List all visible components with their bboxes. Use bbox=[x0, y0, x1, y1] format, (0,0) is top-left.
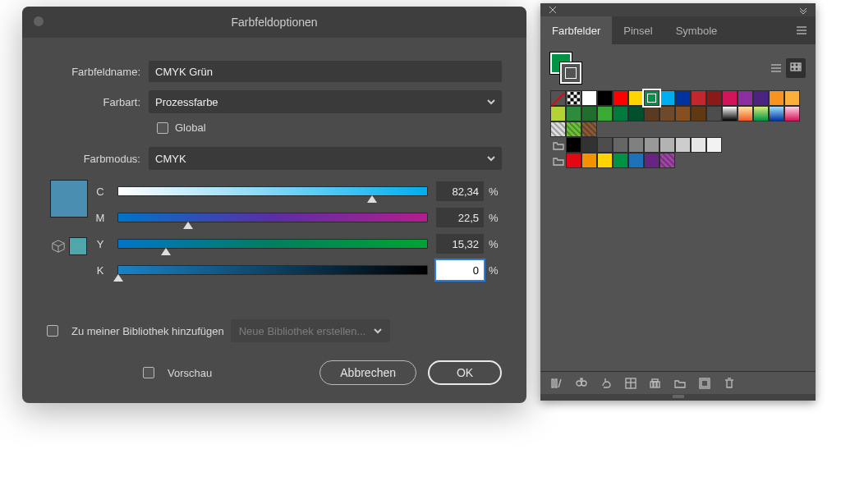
library-select[interactable]: Neue Bibliothek erstellen... bbox=[231, 319, 391, 342]
m-slider[interactable] bbox=[117, 213, 428, 222]
color-swatch[interactable] bbox=[613, 137, 628, 153]
color-swatch[interactable] bbox=[613, 106, 628, 121]
dialog-titlebar[interactable]: Farbfeldoptionen bbox=[22, 7, 526, 38]
color-swatch[interactable] bbox=[628, 153, 644, 168]
panel-collapse-icon[interactable] bbox=[799, 6, 807, 14]
color-swatch[interactable] bbox=[581, 153, 597, 168]
color-swatch[interactable] bbox=[706, 137, 722, 153]
tab-pinsel[interactable]: Pinsel bbox=[612, 16, 664, 44]
color-swatch[interactable] bbox=[566, 121, 581, 137]
stroke-swatch[interactable] bbox=[560, 62, 581, 84]
color-swatch[interactable] bbox=[659, 153, 675, 168]
k-value-input[interactable] bbox=[436, 260, 484, 280]
color-swatch[interactable] bbox=[644, 90, 659, 106]
panel-resize-handle[interactable] bbox=[540, 394, 816, 401]
color-swatch[interactable] bbox=[628, 137, 644, 153]
k-slider[interactable] bbox=[117, 265, 428, 275]
swatch-options-icon[interactable] bbox=[624, 377, 637, 390]
slider-knob[interactable] bbox=[183, 222, 193, 229]
new-swatch-icon[interactable] bbox=[698, 377, 711, 390]
color-swatch[interactable] bbox=[644, 106, 659, 121]
m-value-input[interactable] bbox=[436, 208, 484, 227]
color-swatch[interactable] bbox=[659, 106, 675, 121]
color-swatch[interactable] bbox=[675, 137, 691, 153]
color-swatch[interactable] bbox=[613, 90, 628, 106]
swatch-group-folder[interactable] bbox=[550, 137, 566, 153]
svg-rect-12 bbox=[791, 63, 794, 66]
color-swatch[interactable] bbox=[628, 90, 644, 106]
color-swatch[interactable] bbox=[722, 90, 738, 106]
color-swatch[interactable] bbox=[691, 137, 706, 153]
list-view-button[interactable] bbox=[766, 58, 786, 78]
color-swatch[interactable] bbox=[581, 106, 597, 121]
color-swatch[interactable] bbox=[581, 137, 597, 153]
swatch-libraries-icon[interactable] bbox=[550, 377, 563, 390]
y-value-input[interactable] bbox=[436, 234, 484, 254]
color-type-select[interactable]: Prozessfarbe bbox=[149, 90, 502, 113]
grid-view-button[interactable] bbox=[786, 58, 806, 78]
swatch-kinds-icon[interactable] bbox=[575, 377, 588, 390]
c-slider[interactable] bbox=[117, 186, 428, 196]
slider-knob[interactable] bbox=[367, 195, 377, 203]
color-swatch[interactable] bbox=[613, 153, 628, 168]
color-swatch[interactable] bbox=[550, 106, 566, 121]
ok-button[interactable]: OK bbox=[428, 360, 502, 385]
color-swatch[interactable] bbox=[659, 90, 675, 106]
color-swatch[interactable] bbox=[597, 137, 613, 153]
color-swatch[interactable] bbox=[738, 106, 753, 121]
color-swatch[interactable] bbox=[738, 90, 753, 106]
color-swatch[interactable] bbox=[597, 106, 613, 121]
color-swatch[interactable] bbox=[597, 153, 613, 168]
color-swatch[interactable] bbox=[675, 90, 691, 106]
color-swatch[interactable] bbox=[706, 106, 722, 121]
slider-knob[interactable] bbox=[113, 274, 123, 282]
color-swatch[interactable] bbox=[769, 90, 784, 106]
color-swatch[interactable] bbox=[659, 137, 675, 153]
color-swatch[interactable] bbox=[581, 90, 597, 106]
color-mode-select[interactable]: CMYK bbox=[149, 147, 502, 170]
color-swatch[interactable] bbox=[769, 106, 784, 121]
color-swatch[interactable] bbox=[566, 137, 581, 153]
panel-menu-button[interactable] bbox=[788, 16, 816, 44]
color-swatch[interactable] bbox=[784, 90, 800, 106]
color-swatch[interactable] bbox=[644, 153, 659, 168]
preview-checkbox[interactable] bbox=[143, 367, 154, 378]
c-value-input[interactable] bbox=[436, 181, 484, 201]
slider-knob[interactable] bbox=[161, 248, 171, 255]
color-swatch[interactable] bbox=[722, 106, 738, 121]
add-to-library-icon[interactable] bbox=[600, 377, 613, 390]
add-to-library-checkbox[interactable] bbox=[47, 325, 58, 337]
alt-color-swatch[interactable] bbox=[69, 237, 87, 255]
color-swatch[interactable] bbox=[581, 121, 597, 137]
color-swatch[interactable] bbox=[753, 90, 769, 106]
swatch-group-folder[interactable] bbox=[550, 153, 566, 168]
color-swatch[interactable] bbox=[644, 137, 659, 153]
global-checkbox[interactable] bbox=[157, 122, 168, 134]
color-swatch[interactable] bbox=[566, 153, 581, 168]
trash-icon[interactable] bbox=[723, 377, 736, 390]
registration-swatch[interactable] bbox=[566, 90, 581, 106]
new-color-group-icon[interactable] bbox=[649, 377, 662, 390]
tab-symbole[interactable]: Symbole bbox=[664, 16, 729, 44]
color-swatch[interactable] bbox=[706, 90, 722, 106]
color-swatch[interactable] bbox=[597, 90, 613, 106]
out-of-gamut-icon[interactable] bbox=[51, 239, 66, 254]
color-swatch[interactable] bbox=[566, 106, 581, 121]
fill-stroke-indicator[interactable] bbox=[550, 53, 581, 84]
panel-close-icon[interactable] bbox=[549, 6, 557, 14]
swatch-name-input[interactable] bbox=[149, 61, 502, 82]
color-swatch[interactable] bbox=[675, 106, 691, 121]
cancel-button[interactable]: Abbrechen bbox=[319, 360, 416, 385]
color-swatch[interactable] bbox=[753, 106, 769, 121]
color-swatch[interactable] bbox=[784, 106, 800, 121]
new-folder-icon[interactable] bbox=[673, 377, 687, 390]
close-icon[interactable] bbox=[34, 16, 44, 26]
color-swatch[interactable] bbox=[628, 106, 644, 121]
none-swatch[interactable] bbox=[550, 90, 566, 106]
color-swatch[interactable] bbox=[691, 106, 706, 121]
color-swatch[interactable] bbox=[691, 90, 706, 106]
y-slider[interactable] bbox=[117, 239, 428, 249]
panel-grip[interactable] bbox=[540, 3, 816, 16]
tab-farbfelder[interactable]: Farbfelder bbox=[540, 16, 612, 44]
color-swatch[interactable] bbox=[550, 121, 566, 137]
